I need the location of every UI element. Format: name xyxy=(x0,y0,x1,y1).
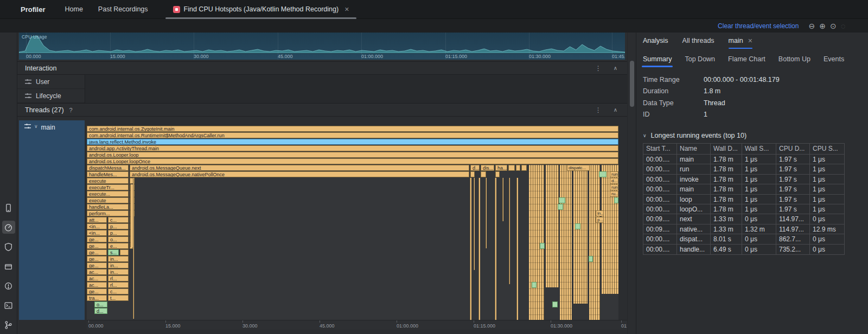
flame-segment[interactable]: ge... xyxy=(87,256,107,262)
thread-label-main[interactable]: ∨ main xyxy=(19,120,85,320)
threads-section-header[interactable]: Threads (27) ? ⋮ ∧ xyxy=(17,103,627,117)
clear-selection-link[interactable]: Clear thread/event selection xyxy=(718,22,799,30)
problems-icon[interactable] xyxy=(2,279,15,292)
table-row[interactable]: 00:09....native...1.33 m1.32 m114.97...1… xyxy=(643,224,844,234)
flame-segment[interactable]: o... xyxy=(108,236,129,242)
flame-segment[interactable]: ge... xyxy=(87,288,107,294)
flame-segment[interactable] xyxy=(521,165,527,171)
frame-selection-icon[interactable]: ◌ xyxy=(841,22,845,30)
flame-segment[interactable]: executeTr... xyxy=(87,184,129,190)
flame-segment[interactable]: att... xyxy=(87,217,107,223)
flame-segment[interactable]: handleMes... xyxy=(87,171,129,177)
table-header-cell[interactable]: Wall S... xyxy=(742,144,776,155)
running-devices-icon[interactable] xyxy=(2,201,15,214)
tab-main-thread[interactable]: main × xyxy=(729,33,752,49)
flame-segment[interactable]: d... xyxy=(470,165,480,171)
flame-green-segment[interactable] xyxy=(589,256,593,262)
flame-green-segment[interactable] xyxy=(575,223,580,229)
flame-segment[interactable]: ge... xyxy=(87,236,107,242)
flame-segment[interactable]: com.android.internal.os.ZygoteInit.main xyxy=(87,126,618,132)
scrollbar-thumb[interactable] xyxy=(630,61,634,107)
flame-segment[interactable]: run xyxy=(610,171,618,177)
flame-segment[interactable]: dis... xyxy=(481,165,494,171)
flame-segment[interactable]: android.os.MessageQueue.nativePollOnce xyxy=(130,171,469,177)
dense-callstack-cluster[interactable] xyxy=(546,165,559,287)
vertical-scrollbar[interactable] xyxy=(627,19,636,334)
table-header-cell[interactable]: Wall D... xyxy=(711,144,742,155)
flame-segment[interactable]: in... xyxy=(596,210,604,216)
table-header-cell[interactable]: Start T... xyxy=(643,144,677,155)
flame-segment[interactable]: ge... xyxy=(87,262,107,268)
callstack-thin-bar[interactable] xyxy=(502,178,503,221)
help-icon[interactable]: ? xyxy=(69,107,73,113)
table-row[interactable]: 00:00....loop1.78 m1 μs1.97 s1 μs xyxy=(643,195,844,204)
table-row[interactable]: 00:00....main1.78 m1 μs1.97 s1 μs xyxy=(643,184,844,194)
table-row[interactable]: 00:00....main1.78 m1 μs1.97 s1 μs xyxy=(643,155,844,164)
table-header-cell[interactable]: CPU D... xyxy=(776,144,810,155)
flame-green-segment[interactable] xyxy=(532,282,537,288)
flame-segment[interactable]: rl... xyxy=(108,275,129,281)
cpu-usage-chart[interactable]: CPU Usage 00.00015.00030.00045.00001:00.… xyxy=(19,33,625,60)
callstack-thin-bar[interactable] xyxy=(516,178,518,320)
app-insights-icon[interactable] xyxy=(2,240,15,253)
kebab-menu-icon[interactable]: ⋮ xyxy=(595,106,602,114)
flame-segment[interactable]: d... xyxy=(610,178,618,184)
flame-segment[interactable]: d... xyxy=(94,308,107,314)
callstack-thin-bar[interactable] xyxy=(509,178,510,284)
flame-segment[interactable]: dispatc... xyxy=(567,165,590,171)
version-control-icon[interactable] xyxy=(2,318,15,331)
collapse-section-icon[interactable]: ∧ xyxy=(614,107,617,113)
table-header-cell[interactable]: Name xyxy=(677,144,711,155)
terminal-icon[interactable] xyxy=(2,299,15,312)
table-row[interactable]: 00:00....dispat...8.01 s0 μs862.7...0 μs xyxy=(643,234,844,244)
callstack-thin-bar[interactable] xyxy=(478,178,480,320)
flame-segment[interactable]: ha... xyxy=(495,165,507,171)
flame-green-segment[interactable] xyxy=(614,197,618,203)
flame-segment[interactable]: rl... xyxy=(108,282,129,288)
dense-callstack-cluster[interactable] xyxy=(529,165,544,320)
flame-segment[interactable]: ac... xyxy=(87,282,107,288)
table-header-cell[interactable]: CPU S... xyxy=(810,144,844,155)
flame-segment[interactable]: in... xyxy=(108,256,129,262)
flame-segment[interactable] xyxy=(495,171,500,177)
tab-past-recordings[interactable]: Past Recordings xyxy=(98,5,148,13)
flame-segment[interactable]: ac... xyxy=(87,275,107,281)
interaction-row-user[interactable]: User xyxy=(17,75,85,89)
close-tab-icon[interactable]: × xyxy=(344,5,349,13)
flame-segment[interactable]: android.os.Looper.loop xyxy=(87,152,618,158)
flame-segment[interactable]: p... xyxy=(108,223,129,229)
flame-segment[interactable]: <in... xyxy=(87,230,107,236)
flame-segment[interactable]: perform... xyxy=(87,210,129,216)
flame-green-segment[interactable] xyxy=(540,243,545,249)
subtab-events[interactable]: Events xyxy=(824,55,844,67)
flame-segment[interactable]: in... xyxy=(108,269,129,275)
flame-segment[interactable]: in... xyxy=(108,262,129,268)
flame-segment[interactable]: c... xyxy=(108,288,129,294)
flame-segment[interactable]: handleLa... xyxy=(87,204,129,210)
flame-segment[interactable]: s... xyxy=(108,249,119,255)
flame-segment[interactable]: ac... xyxy=(87,269,107,275)
flame-segment[interactable]: android.os.MessageQueue.next xyxy=(130,165,469,171)
flame-green-segment[interactable] xyxy=(552,301,558,307)
subtab-bottom-up[interactable]: Bottom Up xyxy=(778,55,810,67)
flame-chart[interactable]: com.android.internal.os.ZygoteInit.mainc… xyxy=(87,126,618,320)
flame-green-segment[interactable] xyxy=(599,171,607,177)
dense-callstack-cluster[interactable] xyxy=(589,165,600,320)
flame-segment[interactable]: com.android.internal.os.RuntimeInit$Meth… xyxy=(87,132,618,138)
flame-segment[interactable]: run xyxy=(610,184,618,190)
interaction-row-lifecycle[interactable]: Lifecycle xyxy=(17,89,85,103)
close-main-tab-icon[interactable]: × xyxy=(748,37,752,44)
callstack-thin-bar[interactable] xyxy=(486,178,487,248)
flame-green-segment[interactable] xyxy=(559,197,565,203)
flame-segment[interactable] xyxy=(516,165,520,171)
profiler-tool-icon[interactable] xyxy=(2,221,15,234)
flame-segment[interactable]: c... xyxy=(108,217,129,223)
table-row[interactable]: 00:09....next1.33 m0 μs114.97...0 μs xyxy=(643,214,844,224)
flame-segment[interactable]: t... xyxy=(108,295,129,301)
flame-segment[interactable]: o... xyxy=(94,301,107,307)
tab-recording[interactable]: Find CPU Hotspots (Java/Kotlin Method Re… xyxy=(165,0,357,19)
flame-segment[interactable]: <in... xyxy=(87,223,107,229)
kebab-menu-icon[interactable]: ⋮ xyxy=(595,65,602,72)
flame-segment[interactable] xyxy=(470,171,475,177)
subtab-summary[interactable]: Summary xyxy=(643,55,672,67)
